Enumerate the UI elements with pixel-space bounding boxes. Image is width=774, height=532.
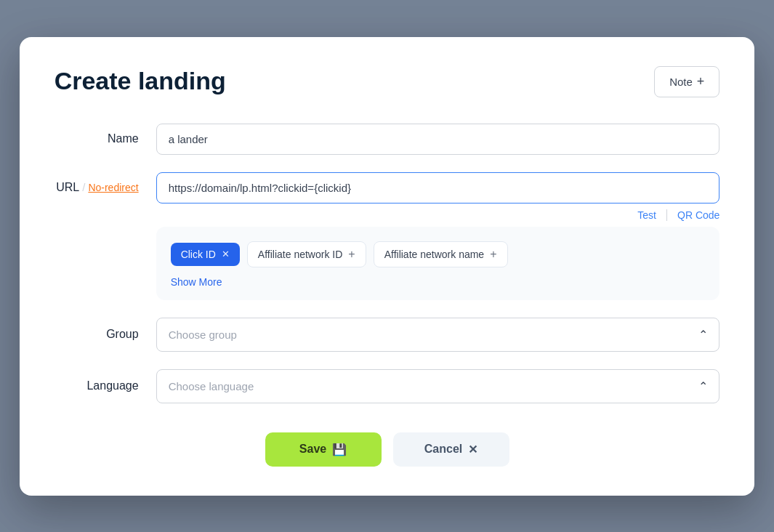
token-affiliate-network-id-plus-icon[interactable]: + [348,248,355,261]
cancel-button[interactable]: Cancel ✕ [393,432,509,467]
cancel-icon: ✕ [468,443,477,456]
modal-header: Create landing Note + [55,66,720,97]
show-more-link[interactable]: Show More [171,276,222,288]
cancel-label: Cancel [424,443,462,456]
action-divider [666,209,667,221]
modal-footer: Save 💾 Cancel ✕ [55,432,720,467]
group-row: Group Choose group ⌃ [55,318,720,352]
name-row: Name [55,124,720,155]
token-affiliate-network-name-label: Affiliate network name [384,249,484,260]
token-affiliate-network-id[interactable]: Affiliate network ID + [247,241,366,267]
name-input[interactable] [156,124,720,155]
note-button[interactable]: Note + [654,66,719,97]
language-label: Language [55,379,156,392]
create-landing-modal: Create landing Note + Name URL / No-redi… [20,37,755,496]
modal-backdrop: Create landing Note + Name URL / No-redi… [0,0,774,532]
note-plus-icon: + [697,74,705,89]
url-input-wrapper: Test QR Code [156,172,720,221]
qr-code-link[interactable]: QR Code [677,209,719,221]
language-row: Language Choose language ⌃ [55,369,720,403]
url-actions: Test QR Code [156,209,720,221]
test-link[interactable]: Test [637,209,656,221]
modal-title: Create landing [55,66,226,96]
group-select[interactable]: Choose group [156,318,720,352]
tokens-row: ‹ Click ID ✕ Affiliate network ID + Affi… [171,241,706,267]
language-select[interactable]: Choose language [156,369,720,403]
token-click-id[interactable]: Click ID ✕ [171,243,240,266]
language-select-wrapper: Choose language ⌃ [156,369,720,403]
tokens-section: ‹ Click ID ✕ Affiliate network ID + Affi… [156,227,720,300]
token-close-icon[interactable]: ✕ [222,249,230,259]
token-affiliate-network-name[interactable]: Affiliate network name + [374,241,508,267]
token-affiliate-network-id-label: Affiliate network ID [258,249,342,260]
url-input[interactable] [156,172,720,203]
save-icon: 💾 [332,443,347,456]
token-affiliate-network-name-plus-icon[interactable]: + [490,248,496,261]
token-click-id-label: Click ID [181,249,216,260]
note-label: Note [669,76,693,88]
url-label-group: URL / No-redirect [55,172,156,194]
url-separator: / [82,181,85,193]
group-label: Group [55,328,156,341]
save-button[interactable]: Save 💾 [265,432,382,467]
group-select-wrapper: Choose group ⌃ [156,318,720,352]
save-label: Save [299,443,326,456]
no-redirect-link[interactable]: No-redirect [88,182,138,193]
url-row: URL / No-redirect Test QR Code [55,172,720,221]
name-label: Name [55,132,156,145]
url-label: URL [56,181,79,194]
